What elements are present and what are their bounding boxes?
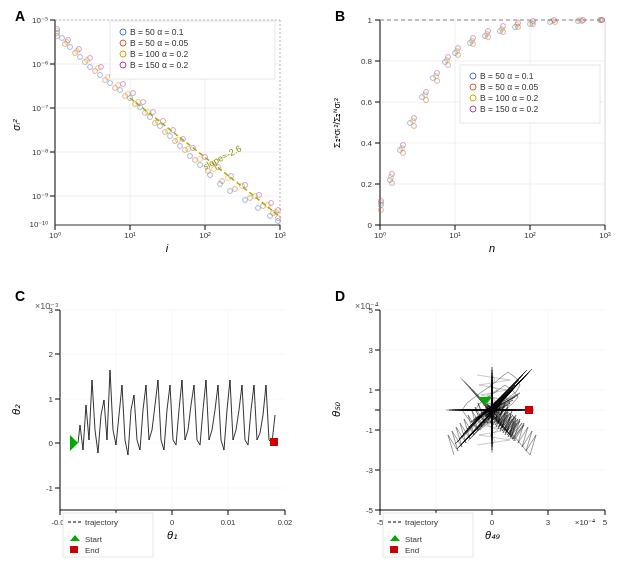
legend-a-orange-text: B = 50 α = 0.05	[130, 38, 189, 48]
svg-point-151	[446, 63, 451, 68]
x-tick-d-4: 3	[546, 518, 551, 527]
y-tick-d-3: 3	[369, 346, 374, 355]
svg-point-182	[435, 71, 440, 76]
svg-point-145	[379, 208, 384, 213]
panel-c-y-label: θ₂	[10, 404, 22, 415]
svg-point-53	[143, 111, 148, 116]
panel-a-label: A	[15, 8, 25, 24]
svg-point-49	[103, 78, 108, 83]
y-tick-b-3: 0.6	[361, 98, 373, 107]
panel-c: C ×10⁻³ 3 2 1 0 -1	[10, 285, 305, 565]
svg-point-23	[68, 45, 73, 50]
trajectory-c	[78, 370, 275, 455]
panel-a: A 10⁻⁵ 10⁻⁶ 10⁻⁷	[10, 5, 305, 260]
svg-point-187	[501, 24, 506, 29]
svg-point-167	[445, 58, 450, 63]
svg-point-95	[141, 100, 146, 105]
svg-point-135	[443, 60, 448, 65]
y-tick-b-4: 0.4	[361, 139, 373, 148]
y-tick-d-neg5: -5	[366, 506, 374, 515]
panel-c-label: C	[15, 288, 25, 304]
x-tick-d-3: 0	[490, 518, 495, 527]
svg-point-155	[501, 30, 506, 35]
svg-point-148	[412, 124, 417, 129]
svg-point-33	[168, 134, 173, 139]
svg-point-183	[446, 55, 451, 60]
svg-point-178	[390, 172, 395, 177]
svg-point-41	[256, 206, 261, 211]
svg-point-189	[531, 19, 536, 24]
svg-point-169	[470, 39, 475, 44]
legend-d-end-marker	[390, 546, 398, 553]
panel-d-x-label: θ₄₉	[485, 529, 500, 541]
svg-point-157	[531, 22, 536, 27]
svg-point-150	[435, 79, 440, 84]
svg-point-96	[151, 110, 156, 115]
legend-b-orange-text: B = 50 α = 0.05	[480, 82, 539, 92]
svg-point-171	[500, 27, 505, 32]
legend-c-traj-text: trajectory	[85, 518, 118, 527]
x-tick-b-4: 10³	[599, 231, 611, 240]
svg-point-39	[228, 189, 233, 194]
legend-d-start-text: Start	[405, 535, 423, 544]
svg-point-40	[243, 198, 248, 203]
panel-d-y-label: θ₅₀	[330, 402, 342, 417]
svg-point-50	[113, 86, 118, 91]
svg-point-93	[121, 82, 126, 87]
legend-a-yellow-text: B = 100 α = 0.2	[130, 49, 189, 59]
slope-line	[130, 98, 278, 215]
svg-point-91	[99, 65, 104, 70]
legend-d-end-text: End	[405, 546, 419, 555]
svg-point-138	[483, 34, 488, 39]
x-tick-b-1: 10⁰	[374, 231, 386, 240]
x-tick-b-3: 10²	[524, 231, 536, 240]
svg-point-172	[515, 23, 520, 28]
y-tick-d-neg1: -1	[366, 426, 374, 435]
svg-point-48	[93, 69, 98, 74]
y-tick-c-0: 0	[49, 439, 54, 448]
x-tick-2: 10¹	[124, 231, 136, 240]
svg-point-181	[424, 90, 429, 95]
svg-point-139	[498, 29, 503, 34]
y-tick-2: 10⁻⁶	[32, 60, 48, 69]
x-tick-d-unit: ×10⁻⁴	[575, 518, 596, 527]
panel-a-y-label: σᵢ²	[11, 119, 22, 131]
svg-point-78	[176, 138, 181, 143]
legend-d-traj-text: trajectory	[405, 518, 438, 527]
svg-point-55	[163, 130, 168, 135]
y-tick-c-3: 3	[49, 306, 54, 315]
end-marker-c	[270, 438, 278, 446]
svg-point-35	[188, 154, 193, 159]
svg-point-154	[486, 35, 491, 40]
svg-point-88	[66, 38, 71, 43]
panel-a-x-label: i	[166, 242, 169, 254]
panel-b-label: B	[335, 8, 345, 24]
panel-c-scale: ×10⁻³	[35, 301, 58, 311]
svg-point-58	[193, 158, 198, 163]
legend-b-blue-text: B = 50 α = 0.1	[480, 71, 534, 81]
legend-b-yellow-text: B = 100 α = 0.2	[480, 93, 539, 103]
svg-point-61	[233, 187, 238, 192]
panel-b-y-label: Σ₂ⁿσᵢ²/Σ₂ᴺσᵢ²	[332, 98, 342, 148]
svg-point-56	[173, 139, 178, 144]
svg-point-137	[468, 41, 473, 46]
y-tick-b-1: 1	[368, 16, 373, 25]
svg-point-68	[75, 49, 80, 54]
svg-point-184	[456, 46, 461, 51]
end-marker-d	[525, 406, 533, 414]
svg-point-42	[268, 214, 273, 219]
svg-point-185	[471, 36, 476, 41]
x-tick-1: 10⁰	[49, 231, 61, 240]
legend-c-end-marker	[70, 546, 78, 553]
y-tick-4: 10⁻⁸	[32, 148, 48, 157]
svg-point-34	[178, 144, 183, 149]
y-tick-c-2: 2	[49, 350, 54, 359]
x-tick-c-4: 0.01	[221, 518, 236, 527]
y-tick-b-6: 0	[368, 221, 373, 230]
y-tick-3: 10⁻⁷	[32, 104, 48, 113]
legend-b-purple-text: B = 150 α = 0.2	[480, 104, 539, 114]
svg-point-79	[186, 147, 191, 152]
panel-d-label: D	[335, 288, 345, 304]
svg-point-22	[60, 36, 65, 41]
svg-point-80	[198, 157, 203, 162]
